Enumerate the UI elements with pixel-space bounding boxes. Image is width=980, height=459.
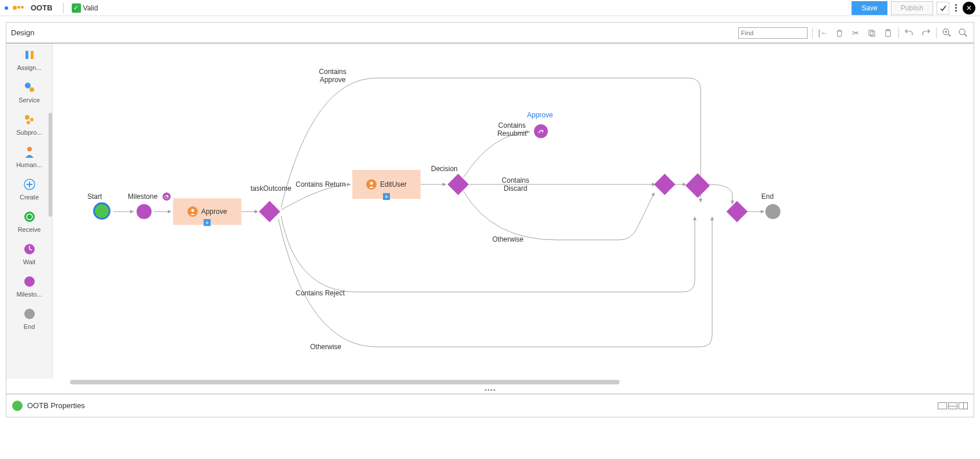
properties-panel: OOTB Properties bbox=[6, 394, 974, 417]
edituser-task-label: EditUser bbox=[380, 180, 407, 188]
palette-item-subprocess[interactable]: Subpro... bbox=[6, 108, 52, 140]
subprocess-icon bbox=[23, 113, 36, 127]
svg-point-8 bbox=[959, 29, 965, 35]
palette-label: End bbox=[24, 323, 35, 330]
horizontal-scrollbar[interactable] bbox=[53, 380, 968, 386]
topbar: OOTB ✓ Valid Save Publish ✕ bbox=[0, 0, 980, 16]
separator bbox=[812, 28, 813, 38]
end-node[interactable] bbox=[765, 204, 780, 219]
panel-drag-handle[interactable] bbox=[6, 386, 974, 394]
wait-icon bbox=[23, 242, 36, 256]
copy-icon[interactable] bbox=[866, 27, 878, 39]
status-dot-icon bbox=[5, 6, 8, 10]
edge-contains-resubmit: Contains Resubmit bbox=[495, 121, 529, 138]
save-button[interactable]: Save bbox=[852, 1, 887, 15]
svg-line-9 bbox=[964, 34, 967, 36]
svg-point-15 bbox=[30, 118, 34, 121]
kebab-menu-icon[interactable] bbox=[953, 4, 959, 12]
palette-item-milestone[interactable]: Milesto... bbox=[6, 270, 52, 302]
edge-contains-discard: Contains Discard bbox=[498, 176, 533, 193]
designer-panel: Design |← ✂ bbox=[6, 22, 974, 417]
human-icon bbox=[366, 179, 377, 190]
svg-point-17 bbox=[27, 147, 32, 151]
palette-item-create[interactable]: Create bbox=[6, 173, 52, 205]
create-icon bbox=[23, 177, 36, 191]
close-icon[interactable]: ✕ bbox=[963, 2, 975, 14]
palette-label: Wait bbox=[23, 258, 36, 265]
topbar-right: Save Publish ✕ bbox=[852, 1, 975, 15]
approve-task-node[interactable]: Approve + bbox=[173, 198, 241, 225]
design-toolbar: Design |← ✂ bbox=[6, 23, 974, 43]
human-icon bbox=[187, 206, 198, 217]
svg-rect-10 bbox=[25, 51, 28, 59]
palette-label: Create bbox=[20, 194, 39, 201]
edituser-task-node[interactable]: EditUser + bbox=[352, 170, 421, 199]
canvas-row: Assign... Service Subpro... Human... Cre… bbox=[6, 43, 974, 379]
svg-rect-11 bbox=[31, 51, 34, 59]
design-tab-title: Design bbox=[11, 28, 34, 37]
palette-label: Service bbox=[19, 97, 40, 103]
properties-title: OOTB Properties bbox=[27, 401, 85, 410]
palette-label: Subpro... bbox=[16, 129, 42, 136]
svg-rect-2 bbox=[886, 30, 890, 36]
svg-point-12 bbox=[25, 83, 31, 88]
expand-icon[interactable]: + bbox=[383, 193, 390, 200]
scrollbar-thumb[interactable] bbox=[70, 380, 620, 384]
paste-icon[interactable] bbox=[882, 27, 894, 39]
check-icon: ✓ bbox=[72, 3, 81, 13]
svg-line-5 bbox=[948, 34, 950, 36]
layout-split-h-button[interactable] bbox=[948, 402, 957, 409]
svg-point-14 bbox=[25, 115, 30, 120]
palette-label: Receive bbox=[18, 226, 41, 233]
edge-contains-return: Contains Return bbox=[296, 180, 346, 188]
undo-icon[interactable] bbox=[904, 27, 915, 39]
milestone-badge-icon: ◔ bbox=[163, 193, 171, 201]
start-label: Start bbox=[87, 193, 102, 201]
end-label: End bbox=[761, 193, 773, 201]
palette-item-wait[interactable]: Wait bbox=[6, 238, 52, 270]
milestone-icon bbox=[23, 275, 36, 288]
layout-split-v-button[interactable] bbox=[959, 402, 968, 409]
separator bbox=[898, 28, 899, 38]
layout-full-button[interactable] bbox=[938, 402, 947, 409]
taskoutcome-label: taskOutcome bbox=[250, 184, 291, 193]
gear-icon bbox=[13, 6, 24, 10]
zoom-in-icon[interactable] bbox=[941, 27, 953, 39]
canvas[interactable]: Start Milestone ◔ Approve + taskOutcome … bbox=[53, 43, 974, 379]
process-icon bbox=[12, 401, 23, 411]
goto-start-icon[interactable]: |← bbox=[817, 27, 829, 39]
separator bbox=[936, 28, 937, 38]
approve-task-label: Approve bbox=[201, 208, 227, 216]
redo-icon[interactable] bbox=[920, 27, 931, 39]
expand-icon[interactable]: + bbox=[204, 219, 211, 226]
goto-node[interactable] bbox=[534, 124, 548, 138]
palette-label: Assign... bbox=[17, 64, 41, 71]
find-input[interactable] bbox=[738, 27, 808, 39]
palette-scrollbar[interactable] bbox=[49, 113, 52, 217]
service-icon bbox=[23, 80, 36, 94]
checkbox-icon[interactable] bbox=[937, 2, 949, 14]
publish-button[interactable]: Publish bbox=[891, 1, 933, 15]
cut-icon[interactable]: ✂ bbox=[850, 27, 861, 39]
palette-item-assign[interactable]: Assign... bbox=[6, 43, 52, 76]
start-node[interactable] bbox=[93, 202, 110, 220]
palette-item-service[interactable]: Service bbox=[6, 76, 52, 108]
edge-otherwise2: Otherwise bbox=[492, 235, 524, 243]
palette-label: Milesto... bbox=[16, 291, 42, 298]
palette-item-end[interactable]: End bbox=[6, 302, 52, 335]
edge-contains-reject: Contains Reject bbox=[296, 289, 345, 297]
palette-item-receive[interactable]: Receive bbox=[6, 205, 52, 238]
palette-item-human[interactable]: Human... bbox=[6, 140, 52, 173]
zoom-out-icon[interactable] bbox=[957, 27, 969, 39]
delete-icon[interactable] bbox=[834, 27, 845, 39]
goto-approve-link[interactable]: Approve bbox=[527, 111, 553, 119]
milestone-node[interactable] bbox=[137, 204, 152, 219]
svg-point-21 bbox=[24, 212, 35, 222]
palette: Assign... Service Subpro... Human... Cre… bbox=[6, 43, 53, 379]
svg-point-33 bbox=[191, 209, 194, 212]
end-icon bbox=[23, 307, 36, 321]
main: Design |← ✂ bbox=[0, 16, 980, 423]
topbar-left: OOTB ✓ Valid bbox=[5, 3, 98, 13]
svg-point-13 bbox=[30, 87, 34, 92]
edge-otherwise: Otherwise bbox=[310, 343, 341, 351]
